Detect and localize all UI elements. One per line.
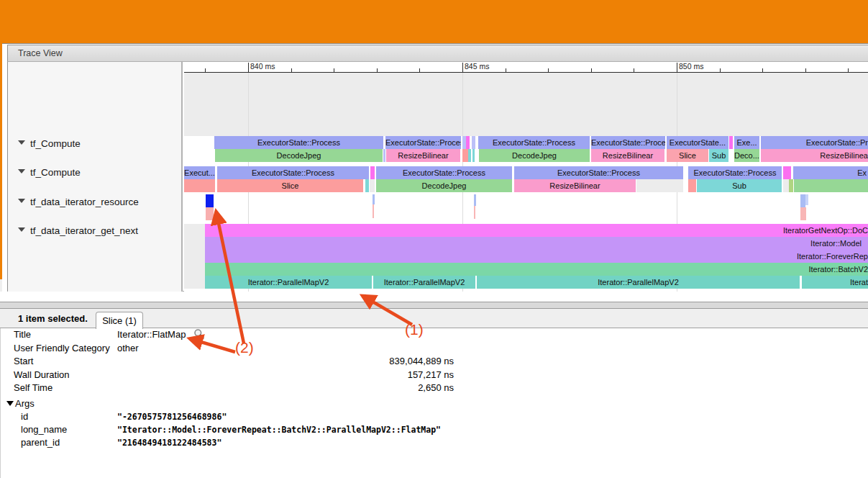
ruler-label: 845 ms xyxy=(465,62,489,71)
ruler-minor-tick xyxy=(634,68,634,73)
trace-slice[interactable] xyxy=(729,136,733,149)
trace-slice[interactable] xyxy=(800,207,806,220)
trace-slice-executorstate-process[interactable]: ExecutorState::Process xyxy=(376,166,512,179)
track-row-tf_data_iterator_get_next[interactable]: tf_data_iterator_get_next xyxy=(8,225,181,238)
trace-slice-executorstate-process[interactable]: ExecutorState::Process xyxy=(217,166,369,179)
trace-slice-deco-[interactable]: Deco... xyxy=(734,149,759,162)
trace-slice-executorstate-process[interactable]: ExecutorState::Process xyxy=(688,166,782,179)
getnext-left-gutter xyxy=(184,224,205,289)
detail-value: 839,044,889 ns xyxy=(3,356,454,366)
page-background-strip xyxy=(0,279,2,292)
trace-slice-decodejpeg[interactable]: DecodeJpeg xyxy=(376,179,512,192)
track-row-tf_Compute[interactable]: tf_Compute xyxy=(8,167,181,179)
trace-slice[interactable] xyxy=(184,179,215,192)
ruler-minor-tick xyxy=(506,68,506,73)
trace-slice-resizebilinear[interactable]: ResizeBilinear xyxy=(514,179,636,192)
ruler-minor-tick xyxy=(720,68,721,73)
arg-row: long_name"Iterator::Model::ForeverRepeat… xyxy=(3,424,650,437)
trace-slice-executorstate-pr[interactable]: ExecutorState::Pr xyxy=(761,136,868,149)
trace-slice-resizebilinear[interactable]: ResizeBilinear xyxy=(591,149,664,162)
trace-slice[interactable] xyxy=(794,179,868,192)
trace-slice[interactable] xyxy=(206,207,214,220)
trace-slice-iteratorgetnextop-doc[interactable]: IteratorGetNextOp::DoC xyxy=(205,224,868,237)
trace-slice[interactable] xyxy=(688,179,696,192)
trace-slice[interactable] xyxy=(800,194,805,207)
ruler-minor-tick xyxy=(419,68,420,73)
args-section-header: Args xyxy=(3,398,650,411)
trace-slice-executorstate-process[interactable]: ExecutorState::Process xyxy=(591,136,665,149)
track-row-tf_data_iterator_resource[interactable]: tf_data_iterator_resource xyxy=(8,197,181,209)
trace-slice-resizebilinear[interactable]: ResizeBilinear xyxy=(386,149,460,162)
trace-slice[interactable] xyxy=(365,179,369,192)
trace-slice[interactable] xyxy=(474,206,475,219)
detail-label: User Friendly Category xyxy=(14,343,110,353)
trace-slice-iterator-model[interactable]: Iterator::Model xyxy=(205,237,868,250)
trace-slice[interactable] xyxy=(472,136,475,149)
trace-slice-resizebilinea[interactable]: ResizeBilinea xyxy=(761,149,868,162)
trace-slice[interactable] xyxy=(789,179,793,192)
trace-slice-sub[interactable]: Sub xyxy=(697,179,782,192)
trace-slice-slice[interactable]: Slice xyxy=(667,149,708,162)
collapse-triangle-icon[interactable] xyxy=(18,169,25,173)
ruler-major-tick xyxy=(248,63,249,73)
trace-slice-executorstate-process[interactable]: ExecutorState::Process xyxy=(478,136,590,149)
trace-view-title: Trace View xyxy=(18,48,63,58)
trace-slice[interactable] xyxy=(783,179,789,192)
args-collapse-triangle-icon[interactable] xyxy=(6,401,14,406)
trace-slice-iterator-parallelmapv2[interactable]: Iterator::ParallelMapV2 xyxy=(477,276,800,289)
ruler-major-tick xyxy=(677,63,677,73)
trace-slice[interactable] xyxy=(474,194,476,206)
track-label: tf_Compute xyxy=(30,167,81,178)
collapse-triangle-icon[interactable] xyxy=(18,227,25,232)
trace-slice-exe-[interactable]: Exe... xyxy=(734,136,759,149)
trace-slice-iterator-parallelmapv2[interactable]: Iterator::ParallelMapV2 xyxy=(205,276,372,289)
trace-slice-executorstate-process[interactable]: ExecutorState::Process xyxy=(514,166,683,179)
trace-slice[interactable] xyxy=(370,179,375,192)
page-background-strip xyxy=(0,43,2,279)
collapse-triangle-icon[interactable] xyxy=(18,140,25,145)
trace-slice[interactable] xyxy=(462,149,468,162)
ruler-major-tick xyxy=(462,63,463,73)
trace-slice-iterat[interactable]: Iterat xyxy=(802,276,868,289)
trace-slice[interactable] xyxy=(636,179,683,192)
detail-row: Wall Duration157,217 ns xyxy=(3,369,650,382)
trace-slice[interactable] xyxy=(472,149,475,162)
analysis-splitter[interactable] xyxy=(0,302,868,309)
detail-row: TitleIterator::FlatMap xyxy=(3,329,650,342)
tab-slice[interactable]: Slice (1) xyxy=(96,312,143,329)
trace-slice[interactable] xyxy=(383,149,385,162)
trace-slice-iterator-foreverrep[interactable]: Iterator::ForeverRep xyxy=(205,250,868,263)
ruler-label: 850 ms xyxy=(679,62,703,71)
trace-slice[interactable] xyxy=(373,204,374,218)
trace-slice[interactable] xyxy=(468,149,471,162)
trace-slice-executorstate-process[interactable]: ExecutorState::Process xyxy=(214,136,383,149)
trace-slice[interactable] xyxy=(373,194,375,204)
selected-slice[interactable] xyxy=(206,194,214,207)
trace-viewer-page: { "topbar": {"color": "#EE8105"}, "trace… xyxy=(0,0,868,478)
trace-slice[interactable] xyxy=(370,166,375,179)
arg-value: "Iterator::Model::ForeverRepeat::BatchV2… xyxy=(117,425,441,435)
trace-slice-iterator-batchv2[interactable]: Iterator::BatchV2 xyxy=(205,263,868,276)
trace-slice-slice[interactable]: Slice xyxy=(217,179,363,192)
trace-slice-execut-[interactable]: Execut... xyxy=(184,166,215,179)
trace-slice-decodejpeg[interactable]: DecodeJpeg xyxy=(479,149,590,162)
trace-slice[interactable] xyxy=(783,166,791,179)
arg-row: id"-2670575781256468986" xyxy=(3,411,650,424)
trace-slice[interactable] xyxy=(805,194,808,205)
trace-slice-sub[interactable]: Sub xyxy=(709,149,728,162)
arg-key: long_name xyxy=(21,424,67,435)
trace-slice-executorstate-process[interactable]: ExecutorState::Process xyxy=(385,136,461,149)
track-row-tf_Compute[interactable]: tf_Compute xyxy=(8,138,181,150)
detail-row: Start839,044,889 ns xyxy=(3,356,650,369)
timeline-canvas[interactable]: 840 ms845 ms850 msExecutorState::Process… xyxy=(184,62,868,292)
annotation-label-2: (2) xyxy=(235,339,254,356)
arg-key: parent_id xyxy=(21,437,60,448)
trace-slice-iterator-parallelmapv2[interactable]: Iterator::ParallelMapV2 xyxy=(373,276,475,289)
trace-slice-decodejpeg[interactable]: DecodeJpeg xyxy=(215,149,383,162)
trace-slice[interactable] xyxy=(466,136,470,149)
collapse-triangle-icon[interactable] xyxy=(18,199,25,203)
detail-row: Self Time2,650 ns xyxy=(3,382,650,395)
trace-slice-executorstate-[interactable]: ExecutorState... xyxy=(667,136,728,149)
search-icon[interactable] xyxy=(193,328,205,342)
trace-slice-ex[interactable]: Ex xyxy=(793,166,868,179)
